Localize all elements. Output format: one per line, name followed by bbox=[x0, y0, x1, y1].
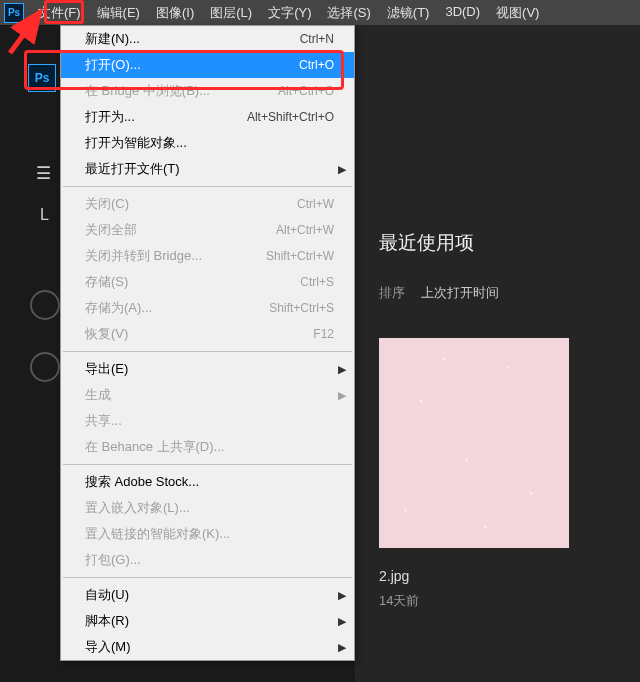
menu-separator bbox=[63, 577, 352, 578]
menu-item[interactable]: 打开为...Alt+Shift+Ctrl+O bbox=[61, 104, 354, 130]
menu-separator bbox=[63, 186, 352, 187]
menubar-item-0[interactable]: 文件(F) bbox=[30, 1, 89, 25]
menu-item-shortcut: Shift+Ctrl+W bbox=[266, 249, 334, 263]
menu-item[interactable]: 自动(U)▶ bbox=[61, 582, 354, 608]
menu-item: 打包(G)... bbox=[61, 547, 354, 573]
hamburger-icon[interactable]: ☰ bbox=[36, 163, 51, 184]
menu-item-label: 生成 bbox=[85, 386, 111, 404]
menu-item-shortcut: Ctrl+N bbox=[300, 32, 334, 46]
chevron-right-icon: ▶ bbox=[338, 641, 346, 654]
menubar-item-1[interactable]: 编辑(E) bbox=[89, 1, 148, 25]
menu-item-label: 最近打开文件(T) bbox=[85, 160, 180, 178]
menu-item-label: 打包(G)... bbox=[85, 551, 141, 569]
menu-item-shortcut: Alt+Shift+Ctrl+O bbox=[247, 110, 334, 124]
menu-item-label: 置入嵌入对象(L)... bbox=[85, 499, 190, 517]
menu-item-label: 关闭全部 bbox=[85, 221, 137, 239]
menu-item-shortcut: Alt+Ctrl+W bbox=[276, 223, 334, 237]
menu-item[interactable]: 导入(M)▶ bbox=[61, 634, 354, 660]
menubar-item-8[interactable]: 视图(V) bbox=[488, 1, 547, 25]
recent-panel: 最近使用项 排序 上次打开时间 2.jpg 14天前 bbox=[355, 25, 640, 682]
menu-item: 存储为(A)...Shift+Ctrl+S bbox=[61, 295, 354, 321]
menubar-item-6[interactable]: 滤镜(T) bbox=[379, 1, 438, 25]
menubar-item-2[interactable]: 图像(I) bbox=[148, 1, 202, 25]
menu-item-label: 打开为智能对象... bbox=[85, 134, 187, 152]
file-menu-dropdown: 新建(N)...Ctrl+N打开(O)...Ctrl+O在 Bridge 中浏览… bbox=[60, 25, 355, 661]
menu-item-label: 搜索 Adobe Stock... bbox=[85, 473, 199, 491]
recent-file-thumbnail bbox=[379, 338, 569, 548]
menu-item-label: 共享... bbox=[85, 412, 122, 430]
menu-item[interactable]: 最近打开文件(T)▶ bbox=[61, 156, 354, 182]
sort-label: 排序 bbox=[379, 285, 405, 300]
menu-item-shortcut: Alt+Ctrl+O bbox=[278, 84, 334, 98]
menu-item-label: 新建(N)... bbox=[85, 30, 140, 48]
menu-item-label: 打开(O)... bbox=[85, 56, 141, 74]
menubar-item-4[interactable]: 文字(Y) bbox=[260, 1, 319, 25]
menu-item-label: 脚本(R) bbox=[85, 612, 129, 630]
menu-item-label: 置入链接的智能对象(K)... bbox=[85, 525, 230, 543]
chevron-right-icon: ▶ bbox=[338, 589, 346, 602]
menu-item: 生成▶ bbox=[61, 382, 354, 408]
menu-item-label: 恢复(V) bbox=[85, 325, 128, 343]
menubar: Ps 文件(F)编辑(E)图像(I)图层(L)文字(Y)选择(S)滤镜(T)3D… bbox=[0, 0, 640, 25]
recent-file-ago: 14天前 bbox=[379, 592, 569, 610]
menu-item: 在 Behance 上共享(D)... bbox=[61, 434, 354, 460]
menu-item: 置入嵌入对象(L)... bbox=[61, 495, 354, 521]
menu-item: 在 Bridge 中浏览(B)...Alt+Ctrl+O bbox=[61, 78, 354, 104]
recent-file-card[interactable]: 2.jpg 14天前 bbox=[379, 338, 569, 610]
menu-item: 共享... bbox=[61, 408, 354, 434]
menu-item: 关闭(C)Ctrl+W bbox=[61, 191, 354, 217]
ps-app-icon: Ps bbox=[28, 64, 56, 92]
chevron-right-icon: ▶ bbox=[338, 615, 346, 628]
menu-item-label: 导出(E) bbox=[85, 360, 128, 378]
menu-item: 关闭并转到 Bridge...Shift+Ctrl+W bbox=[61, 243, 354, 269]
menu-item-label: 打开为... bbox=[85, 108, 135, 126]
menu-item-label: 存储(S) bbox=[85, 273, 128, 291]
menu-item-label: 导入(M) bbox=[85, 638, 131, 656]
menubar-item-5[interactable]: 选择(S) bbox=[319, 1, 378, 25]
menu-item-label: 关闭(C) bbox=[85, 195, 129, 213]
menu-item-shortcut: Shift+Ctrl+S bbox=[269, 301, 334, 315]
menu-item[interactable]: 导出(E)▶ bbox=[61, 356, 354, 382]
menu-item-label: 在 Bridge 中浏览(B)... bbox=[85, 82, 210, 100]
menu-item-label: 关闭并转到 Bridge... bbox=[85, 247, 202, 265]
chevron-right-icon: ▶ bbox=[338, 389, 346, 402]
menu-item: 关闭全部Alt+Ctrl+W bbox=[61, 217, 354, 243]
ps-logo: Ps bbox=[4, 3, 24, 23]
menu-item[interactable]: 打开为智能对象... bbox=[61, 130, 354, 156]
menubar-item-3[interactable]: 图层(L) bbox=[202, 1, 260, 25]
recent-file-name: 2.jpg bbox=[379, 568, 569, 584]
menu-separator bbox=[63, 464, 352, 465]
menu-item-label: 在 Behance 上共享(D)... bbox=[85, 438, 224, 456]
menu-item[interactable]: 脚本(R)▶ bbox=[61, 608, 354, 634]
menu-item-shortcut: Ctrl+W bbox=[297, 197, 334, 211]
home-circle-1[interactable] bbox=[30, 290, 60, 320]
sort-value: 上次打开时间 bbox=[421, 285, 499, 300]
menu-item: 存储(S)Ctrl+S bbox=[61, 269, 354, 295]
menu-item-shortcut: F12 bbox=[313, 327, 334, 341]
home-initial: L bbox=[40, 206, 49, 224]
menu-separator bbox=[63, 351, 352, 352]
menu-item[interactable]: 搜索 Adobe Stock... bbox=[61, 469, 354, 495]
menu-item[interactable]: 新建(N)...Ctrl+N bbox=[61, 26, 354, 52]
recent-title: 最近使用项 bbox=[379, 230, 616, 256]
menu-item[interactable]: 打开(O)...Ctrl+O bbox=[61, 52, 354, 78]
chevron-right-icon: ▶ bbox=[338, 163, 346, 176]
chevron-right-icon: ▶ bbox=[338, 363, 346, 376]
menu-item-label: 存储为(A)... bbox=[85, 299, 152, 317]
sort-row[interactable]: 排序 上次打开时间 bbox=[379, 284, 616, 302]
menu-item-shortcut: Ctrl+O bbox=[299, 58, 334, 72]
menu-item: 置入链接的智能对象(K)... bbox=[61, 521, 354, 547]
menu-item-shortcut: Ctrl+S bbox=[300, 275, 334, 289]
menu-item: 恢复(V)F12 bbox=[61, 321, 354, 347]
home-circle-2[interactable] bbox=[30, 352, 60, 382]
menu-item-label: 自动(U) bbox=[85, 586, 129, 604]
menubar-item-7[interactable]: 3D(D) bbox=[437, 1, 488, 25]
